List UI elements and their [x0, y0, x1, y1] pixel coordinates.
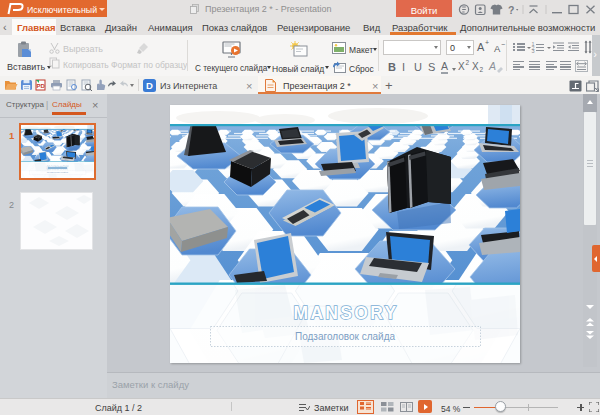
svg-text:D: D — [146, 80, 153, 91]
svg-text:PD: PD — [37, 83, 46, 89]
svg-text:?: ? — [508, 4, 514, 16]
